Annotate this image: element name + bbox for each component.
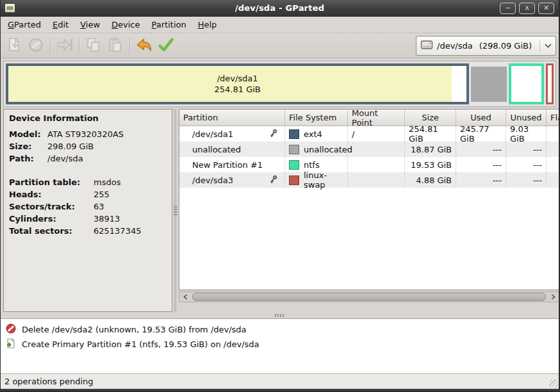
paste-icon: [108, 37, 123, 54]
menu-edit[interactable]: Edit: [47, 17, 74, 32]
close-button[interactable]: ✕: [538, 3, 554, 14]
resize-move-button[interactable]: [54, 35, 76, 56]
device-info-group1: Model:ATA ST9320320AS Size:298.09 GiB Pa…: [9, 129, 172, 165]
splitter-grip: [174, 206, 177, 215]
copy-button[interactable]: [83, 35, 104, 56]
toolbar-separator: [79, 38, 79, 53]
column-header-mount-point[interactable]: Mount Point: [348, 110, 405, 126]
cylinders-value: 38913: [94, 213, 172, 225]
column-header-unused[interactable]: Unused: [506, 110, 547, 126]
table-row-unallocated[interactable]: unallocated unallocated 18.87 GiB --- --…: [179, 142, 559, 157]
hard-drive-icon: [420, 39, 433, 53]
partition-list-pane: Partition File System Mount Point Size U…: [179, 109, 559, 312]
column-header-partition[interactable]: Partition: [179, 110, 285, 126]
pending-operations-status: 2 operations pending: [4, 377, 94, 386]
partition-visual-bar: /dev/sda1 254.81 GiB: [3, 61, 556, 107]
statusbar: 2 operations pending: [1, 373, 559, 389]
window-controls: − ∧ ✕: [500, 3, 554, 14]
new-partition-button[interactable]: [3, 35, 25, 56]
fs-color-swatch-ntfs: [289, 160, 299, 170]
resize-move-icon: [56, 38, 73, 54]
column-header-file-system[interactable]: File System: [285, 110, 348, 126]
device-selector[interactable]: /dev/sda (298.09 GiB): [416, 36, 556, 56]
fs-color-swatch-unallocated: [289, 145, 299, 154]
horizontal-scrollbar[interactable]: [179, 291, 559, 302]
fs-color-swatch-linux-swap: [289, 176, 299, 185]
new-partition-icon: [7, 37, 21, 54]
create-operation-icon: [6, 338, 16, 350]
menu-gparted[interactable]: GParted: [2, 17, 47, 32]
table-row-sda1[interactable]: /dev/sda1 ext4 / 254.81 GiB 245.77 GiB 9…: [179, 126, 559, 142]
device-info-panel: Device Information Model:ATA ST9320320AS…: [3, 109, 172, 312]
menu-view[interactable]: View: [74, 17, 106, 32]
delete-operation-icon: [6, 323, 16, 336]
scroll-right-icon[interactable]: [547, 292, 559, 302]
chevron-down-icon: [539, 40, 552, 52]
operation-create-partition[interactable]: Create Primary Partition #1 (ntfs, 19.53…: [6, 337, 559, 352]
column-header-size[interactable]: Size: [405, 110, 456, 126]
key-icon: [268, 174, 278, 186]
pane-splitter-vertical[interactable]: [172, 109, 179, 312]
bar-segment-sda3[interactable]: [546, 63, 554, 104]
window-title: /dev/sda - GParted: [1, 3, 559, 13]
path-value: /dev/sda: [47, 153, 172, 165]
window-resize-grip[interactable]: [549, 379, 558, 388]
paste-button[interactable]: [104, 35, 126, 56]
heads-value: 255: [94, 189, 172, 200]
toolbar-separator: [50, 38, 51, 53]
scroll-left-icon[interactable]: [179, 292, 191, 302]
gparted-window: /dev/sda - GParted − ∧ ✕ GParted Edit Vi…: [0, 0, 560, 392]
device-size: (298.09 GiB): [479, 41, 532, 51]
sda1-bar-label: /dev/sda1 254.81 GiB: [8, 66, 466, 102]
menu-device[interactable]: Device: [106, 17, 145, 32]
main-area: Device Information Model:ATA ST9320320AS…: [1, 109, 559, 312]
partition-table: Partition File System Mount Point Size U…: [179, 109, 559, 290]
table-row-new-partition[interactable]: New Partition #1 ntfs 19.53 GiB --- ---: [179, 157, 559, 172]
undo-button[interactable]: [133, 35, 155, 56]
total-sectors-value: 625137345: [94, 225, 172, 237]
device-info-title: Device Information: [9, 113, 172, 123]
apply-icon: [158, 38, 174, 54]
toolbar: /dev/sda (298.09 GiB): [1, 33, 559, 58]
bar-segment-unallocated[interactable]: [471, 67, 507, 102]
column-header-flags[interactable]: Flags: [547, 110, 559, 126]
pane-splitter-horizontal[interactable]: [1, 312, 559, 318]
menu-help[interactable]: Help: [192, 17, 223, 32]
size-value: 298.09 GiB: [47, 141, 172, 152]
operation-delete-sda2[interactable]: Delete /dev/sda2 (unknown, 19.53 GiB) fr…: [6, 322, 559, 337]
bar-segment-new-partition[interactable]: [509, 63, 544, 104]
delete-partition-button[interactable]: [25, 35, 47, 56]
maximize-button[interactable]: ∧: [519, 3, 535, 14]
delete-partition-icon: [28, 37, 44, 54]
operations-panel: Delete /dev/sda2 (unknown, 19.53 GiB) fr…: [1, 318, 559, 373]
key-icon: [268, 128, 278, 140]
menu-partition[interactable]: Partition: [146, 17, 192, 32]
column-header-used[interactable]: Used: [456, 110, 506, 126]
table-header-row: Partition File System Mount Point Size U…: [179, 110, 559, 126]
operation-text: Create Primary Partition #1 (ntfs, 19.53…: [22, 339, 259, 349]
toolbar-separator: [129, 38, 130, 53]
sectors-track-value: 63: [94, 201, 172, 213]
device-info-group2: Partition table:msdos Heads:255 Sectors/…: [9, 177, 172, 237]
operation-text: Delete /dev/sda2 (unknown, 19.53 GiB) fr…: [22, 325, 247, 334]
titlebar: /dev/sda - GParted − ∧ ✕: [1, 0, 559, 17]
minimize-button[interactable]: −: [500, 3, 516, 14]
model-value: ATA ST9320320AS: [47, 129, 172, 140]
bar-segment-sda1[interactable]: /dev/sda1 254.81 GiB: [6, 63, 469, 104]
apply-button[interactable]: [155, 35, 177, 56]
menubar: GParted Edit View Device Partition Help: [1, 17, 559, 33]
splitter-grip: [275, 314, 285, 317]
table-row-sda3[interactable]: /dev/sda3 linux-swap 4.88 GiB --- ---: [179, 172, 559, 188]
window-bottom-edge: [1, 389, 559, 392]
fs-color-swatch-ext4: [289, 129, 299, 139]
device-path: /dev/sda: [437, 41, 473, 51]
copy-icon: [86, 37, 101, 54]
undo-icon: [136, 38, 152, 54]
scrollbar-thumb[interactable]: [192, 293, 546, 301]
partition-table-value: msdos: [94, 177, 172, 188]
